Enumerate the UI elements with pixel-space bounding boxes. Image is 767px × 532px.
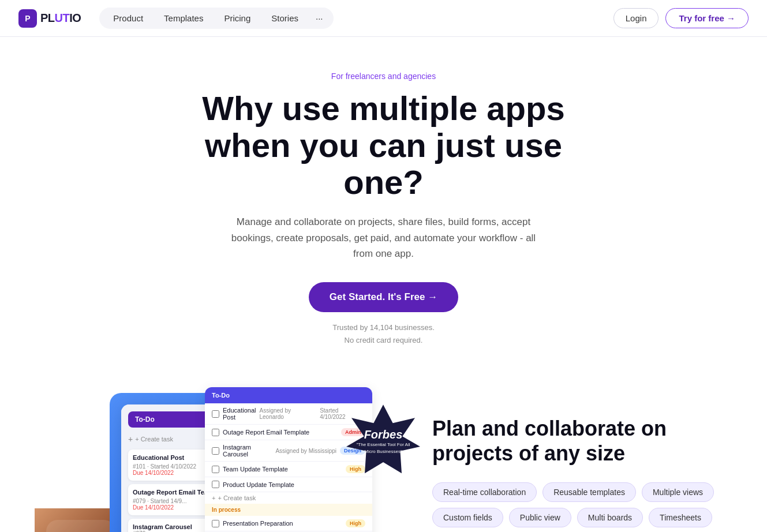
hero-description: Manage and collaborate on projects, shar… [222, 214, 545, 261]
tag-fields[interactable]: Custom fields [432, 508, 503, 527]
tag-multiboards[interactable]: Multi boards [577, 508, 643, 527]
login-button[interactable]: Login [613, 8, 659, 28]
board-list-view: To-Do Educational Post Assigned by Leona… [205, 387, 372, 532]
board-row-2: Instagram Carousel Assigned by Mississip… [205, 440, 372, 462]
row-checkbox[interactable] [212, 466, 219, 473]
row-checkbox[interactable] [212, 520, 219, 527]
board-row-0: Educational Post Assigned by Leonardo St… [205, 403, 372, 425]
feature-section: To-Do + + Create task Educational Post #… [0, 370, 767, 532]
inprocess-section-header: In process [205, 504, 372, 516]
nav-more[interactable]: ··· [310, 10, 329, 27]
row-checkbox[interactable] [212, 481, 219, 488]
nav-templates[interactable]: Templates [155, 10, 212, 27]
logo-icon: P [18, 9, 37, 28]
nav-pricing[interactable]: Pricing [215, 10, 260, 27]
tag-views[interactable]: Multiple views [642, 482, 714, 502]
hero-title-line2: when you can just use one? [205, 126, 562, 201]
logo-text: PLUTIO [40, 12, 81, 25]
board-inprogress-row-0: Presentation Preparation High [205, 516, 372, 531]
trust-line2: No credit card required. [345, 336, 423, 344]
board-row-1: Outage Report Email Template Admin [205, 425, 372, 440]
tag-templates[interactable]: Reusable templates [542, 482, 636, 502]
row-checkbox[interactable] [212, 447, 219, 455]
hero-title: Why use multiple apps when you can just … [182, 90, 586, 200]
navbar-left: P PLUTIO Product Templates Pricing Stori… [18, 8, 334, 29]
feature-left: To-Do + + Create task Educational Post #… [35, 381, 398, 532]
hero-trust: Trusted by 14,104 businesses. No credit … [12, 321, 755, 347]
try-button[interactable]: Try for free → [665, 8, 749, 28]
tag-public-view[interactable]: Public view [509, 508, 571, 527]
nav-stories[interactable]: Stories [262, 10, 308, 27]
hero-subtitle: For freelancers and agencies [12, 72, 755, 81]
row-checkbox[interactable] [212, 410, 219, 418]
feature-title: Plan and collaborate on projects of any … [432, 416, 732, 466]
board-row-3: Team Update Template High [205, 462, 372, 477]
forbes-name: Forbes [364, 428, 403, 441]
row-checkbox[interactable] [212, 429, 219, 436]
trust-line1: Trusted by 14,104 businesses. [332, 323, 435, 332]
nav-product[interactable]: Product [104, 10, 152, 27]
board-row-4: Product Update Template [205, 477, 372, 492]
logo-letter: P [25, 14, 30, 23]
tag-realtime[interactable]: Real-time collaboration [432, 482, 537, 502]
hero-section: For freelancers and agencies Why use mul… [0, 37, 767, 370]
feature-right: Plan and collaborate on projects of any … [432, 381, 732, 532]
cta-button[interactable]: Get Started. It's Free → [309, 282, 458, 312]
navbar: P PLUTIO Product Templates Pricing Stori… [0, 0, 767, 37]
board-todo-header: To-Do [205, 387, 372, 403]
logo: P PLUTIO [18, 9, 81, 28]
board-create-task[interactable]: ++ Create task [205, 492, 372, 504]
nav-links: Product Templates Pricing Stories ··· [99, 8, 333, 29]
feature-tags: Real-time collaboration Reusable templat… [432, 482, 732, 527]
tag-timesheets[interactable]: Timesheets [649, 508, 712, 527]
hero-title-line1: Why use multiple apps [202, 89, 564, 127]
navbar-right: Login Try for free → [613, 8, 749, 28]
